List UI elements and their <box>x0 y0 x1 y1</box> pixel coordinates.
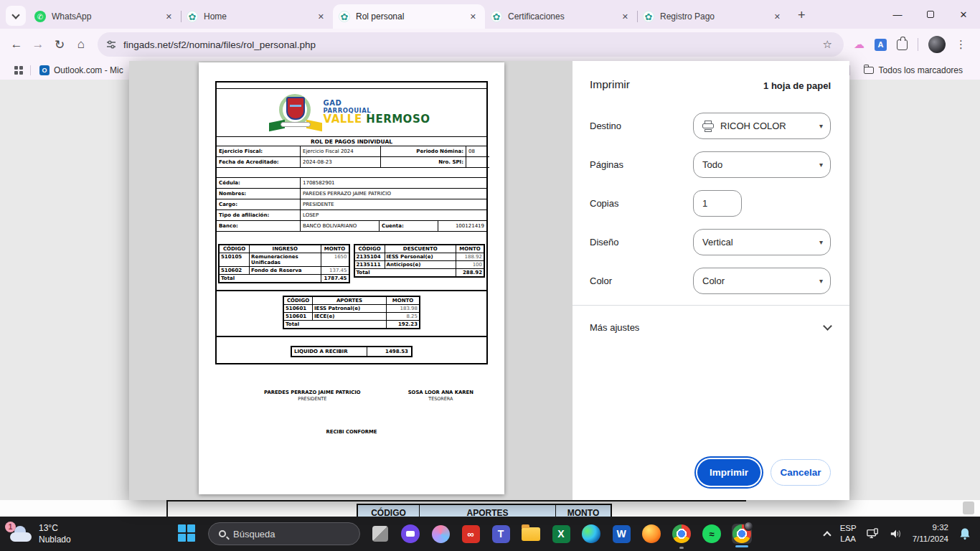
weather-extension-icon[interactable]: ☁ <box>854 38 864 51</box>
site-favicon: ✿ <box>339 11 350 22</box>
video-chat-icon[interactable] <box>400 524 420 544</box>
destination-dropdown[interactable]: RICOH COLOR ▾ <box>693 113 831 139</box>
all-bookmarks-label: Todos los marcadores <box>879 65 963 75</box>
reload-button[interactable]: ↻ <box>49 37 70 52</box>
table-row: 2135111 Anticipos(e) 100 <box>355 261 484 269</box>
minimize-button[interactable]: — <box>881 0 914 29</box>
descuentos-table: CÓDIGO DESCUENTO MONTO 2135104 IESS Pers… <box>354 244 486 278</box>
close-window-button[interactable]: ✕ <box>947 0 980 29</box>
tab-search-button[interactable] <box>6 6 26 26</box>
browser-toolbar: ← → ↻ ⌂ fingads.net/sf2/nomina/files/rol… <box>0 29 980 60</box>
dropdown-caret-icon: ▾ <box>819 122 823 130</box>
hidden-icons-chevron[interactable] <box>823 531 831 539</box>
close-icon[interactable]: ✕ <box>771 11 783 23</box>
org-emblem-icon <box>273 93 318 133</box>
dialog-title: Imprimir <box>590 78 630 91</box>
close-icon[interactable]: ✕ <box>163 11 175 23</box>
tab-rol-personal[interactable]: ✿ Rol personal ✕ <box>333 4 485 29</box>
label: Tipo de afiliación: <box>217 210 301 220</box>
page-scrollbar[interactable] <box>963 501 974 514</box>
window-controls: — ✕ <box>881 0 980 29</box>
tab-whatsapp[interactable]: ✆ WhatsApp ✕ <box>29 4 181 29</box>
more-settings-label: Más ajustes <box>590 322 639 333</box>
dropdown-caret-icon: ▾ <box>819 161 823 169</box>
profile-avatar[interactable] <box>928 36 946 53</box>
excel-icon[interactable]: X <box>551 524 571 544</box>
volume-icon[interactable] <box>890 527 903 540</box>
start-button[interactable] <box>178 524 197 543</box>
dropdown-caret-icon: ▾ <box>819 238 823 246</box>
language-indicator[interactable]: ESP LAA <box>840 523 857 545</box>
bookmark-star-icon[interactable]: ☆ <box>820 38 835 51</box>
extensions-icon[interactable] <box>897 39 908 50</box>
total-row: Total 288.92 <box>355 269 484 276</box>
copilot-icon[interactable] <box>430 524 451 544</box>
back-button[interactable]: ← <box>6 37 27 52</box>
value: 100121419 <box>438 221 486 231</box>
label: Cargo: <box>217 199 301 209</box>
tab-strip: ✆ WhatsApp ✕ ✿ Home ✕ ✿ Rol personal ✕ ✿… <box>0 0 980 29</box>
teams-icon[interactable]: T <box>491 524 511 544</box>
tab-registro-pago[interactable]: ✿ Registro Pago ✕ <box>637 4 789 29</box>
clock[interactable]: 9:32 7/11/2024 <box>913 522 948 545</box>
notifications-bell-icon[interactable] <box>958 527 971 540</box>
word-icon[interactable]: W <box>611 524 631 544</box>
pages-dropdown[interactable]: Todo ▾ <box>693 151 831 178</box>
document-title: ROL DE PAGOS INDIVIDUAL <box>217 137 486 146</box>
spotify-icon[interactable]: ≈ <box>702 524 722 544</box>
taskbar-weather-widget[interactable]: 1 13°C Nublado <box>9 522 152 545</box>
printer-icon <box>702 121 714 131</box>
copies-input[interactable] <box>693 190 742 217</box>
weather-temp: 13°C <box>39 522 71 534</box>
all-bookmarks-button[interactable]: Todos los marcadores <box>849 65 980 75</box>
close-icon[interactable]: ✕ <box>315 11 327 23</box>
firefox-icon[interactable] <box>641 524 661 544</box>
close-icon[interactable]: ✕ <box>467 11 479 23</box>
file-explorer-icon[interactable] <box>521 524 541 544</box>
edge-icon[interactable] <box>581 524 601 544</box>
outlook-icon: O <box>39 65 50 75</box>
taskbar-search[interactable]: Búsqueda <box>208 522 360 545</box>
chrome-icon[interactable] <box>672 524 692 544</box>
close-icon[interactable]: ✕ <box>619 11 631 23</box>
tab-certificaciones[interactable]: ✿ Certificaciones ✕ <box>485 4 637 29</box>
chrome-active-icon[interactable] <box>732 524 752 544</box>
signature-block: SOSA LOOR ANA KAREN TESORERA <box>394 389 488 403</box>
new-tab-button[interactable]: + <box>789 8 814 29</box>
home-button[interactable]: ⌂ <box>70 37 92 52</box>
print-button[interactable]: Imprimir <box>697 459 760 486</box>
translate-icon[interactable]: A <box>875 39 887 51</box>
more-settings-toggle[interactable]: Más ajustes <box>590 322 831 333</box>
bookmark-outlook[interactable]: O Outlook.com - Mic <box>39 65 123 75</box>
apps-grid-icon[interactable] <box>14 66 23 75</box>
acrobat-icon[interactable]: ∞ <box>461 524 481 544</box>
desktops-icon[interactable] <box>370 524 390 544</box>
copies-label: Copias <box>590 198 693 209</box>
network-icon[interactable] <box>867 527 880 540</box>
signature-block: PAREDES PERRAZO JAIME PATRICIO PRESIDENT… <box>238 389 387 403</box>
column-header: DESCUENTO <box>385 245 457 253</box>
folder-icon <box>864 67 874 74</box>
pages-label: Páginas <box>590 159 693 170</box>
tab-home[interactable]: ✿ Home ✕ <box>181 4 333 29</box>
column-header: CÓDIGO <box>355 245 385 253</box>
value: LOSEP <box>301 210 486 220</box>
value: 08 <box>466 146 489 157</box>
maximize-button[interactable] <box>914 0 947 29</box>
label: Nombres: <box>217 189 301 199</box>
print-settings-panel: Imprimir 1 hoja de papel Destino RICOH C… <box>573 61 849 500</box>
maximize-icon <box>927 11 934 18</box>
site-favicon: ✿ <box>187 11 198 22</box>
cancel-button[interactable]: Cancelar <box>771 459 831 486</box>
layout-dropdown[interactable]: Vertical ▾ <box>693 229 831 255</box>
forward-button[interactable]: → <box>27 37 49 52</box>
destination-label: Destino <box>590 121 693 131</box>
color-dropdown[interactable]: Color ▾ <box>693 268 831 294</box>
value: 2024-08-23 <box>301 157 381 168</box>
site-favicon: ✿ <box>643 11 654 22</box>
address-bar[interactable]: fingads.net/sf2/nomina/files/rol_persona… <box>98 32 844 57</box>
payroll-document: GAD PARROQUIAL VALLE HERMOSO ROL DE PAGO… <box>215 81 488 364</box>
windows-taskbar: 1 13°C Nublado Búsqueda ∞ T X W ≈ ESP LA… <box>0 517 980 551</box>
browser-menu-icon[interactable]: ⋮ <box>956 38 966 51</box>
org-logo: GAD PARROQUIAL VALLE HERMOSO <box>217 89 486 137</box>
